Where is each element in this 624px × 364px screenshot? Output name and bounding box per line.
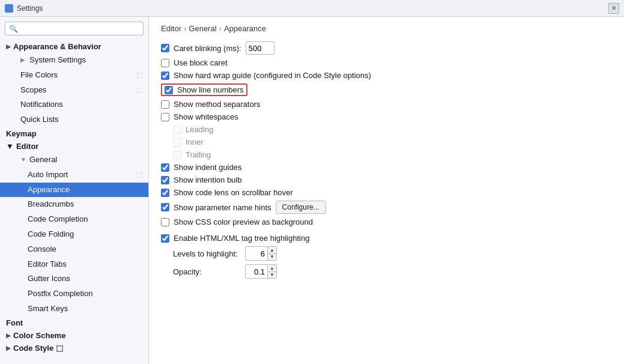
show-parameter-hints-row: Show parameter name hints Configure... [161,201,612,214]
section-font[interactable]: Font [0,317,148,329]
trailing-checkbox[interactable] [173,151,181,159]
show-parameter-hints-label: Show parameter name hints [174,203,271,212]
sidebar-item-scopes[interactable]: Scopes ⬚ [0,83,148,98]
breadcrumb-editor: Editor [161,24,181,33]
opacity-decrement-button[interactable]: ▼ [268,271,276,278]
use-block-caret-row: Use block caret [161,58,612,67]
title-bar: Settings ✕ [0,0,624,17]
section-color-scheme[interactable]: ▶ Color Scheme [0,329,148,342]
item-label: Code Folding [28,228,74,241]
show-line-numbers-highlight: Show line numbers [161,83,247,96]
arrow-icon: ▼ [20,155,26,165]
leading-row: Leading [161,125,612,134]
breadcrumb-sep-2: › [219,24,222,33]
show-intention-bulb-checkbox[interactable] [161,176,169,184]
sidebar-item-gutter-icons[interactable]: Gutter Icons [0,271,148,287]
show-hard-wrap-checkbox[interactable] [161,71,169,80]
levels-input[interactable] [246,247,267,260]
sidebar-item-notifications[interactable]: Notifications [0,97,148,112]
copy-icon: ⬚ [136,70,142,80]
use-block-caret-checkbox[interactable] [161,59,169,67]
opacity-label: Opacity: [173,267,239,276]
levels-decrement-button[interactable]: ▼ [268,253,276,260]
item-label: System Settings [29,54,86,67]
levels-spinner: ▲ ▼ [245,246,277,261]
search-input[interactable] [20,24,139,33]
inner-checkbox[interactable] [173,138,181,147]
show-css-color-row: Show CSS color preview as background [161,217,612,226]
show-indent-guides-row: Show indent guides [161,163,612,172]
item-label: Auto Import [28,169,68,181]
levels-spinner-buttons: ▲ ▼ [267,247,276,260]
show-method-separators-checkbox[interactable] [161,100,169,109]
show-line-numbers-checkbox[interactable] [165,86,173,94]
section-keymap[interactable]: Keymap [0,127,148,140]
arrow-icon: ▶ [6,43,11,50]
levels-increment-button[interactable]: ▲ [268,247,276,253]
leading-label: Leading [186,125,213,134]
show-indent-guides-checkbox[interactable] [161,163,169,172]
caret-blinking-checkbox[interactable] [161,44,169,52]
levels-label: Levels to highlight: [173,249,239,258]
show-whitespaces-checkbox[interactable] [161,113,169,121]
leading-checkbox[interactable] [173,126,181,134]
breadcrumb-general: General [189,24,216,33]
show-code-lens-row: Show code lens on scrollbar hover [161,188,612,197]
show-whitespaces-label: Show whitespaces [174,112,238,121]
section-label: Appearance & Behavior [13,42,101,51]
sidebar-item-smart-keys[interactable]: Smart Keys [0,302,148,317]
sidebar-item-code-completion[interactable]: Code Completion [0,212,148,227]
section-code-style[interactable]: ▶ Code Style ⬚ [0,342,148,354]
show-intention-bulb-row: Show intention bulb [161,175,612,184]
item-label: Code Completion [28,213,88,226]
sidebar-item-breadcrumbs[interactable]: Breadcrumbs [0,197,148,212]
opacity-spinner-buttons: ▲ ▼ [267,265,276,278]
opacity-increment-button[interactable]: ▲ [268,265,276,271]
item-label: Breadcrumbs [28,198,74,211]
section-editor[interactable]: ▼ Editor [0,140,148,153]
sidebar-item-auto-import[interactable]: Auto Import ⬚ [0,168,148,183]
arrow-icon: ▶ [20,55,26,65]
sidebar-item-system-settings[interactable]: ▶ System Settings [0,53,148,68]
item-label: Postfix Completion [28,288,92,300]
search-box: 🔍 [0,17,148,39]
close-button[interactable]: ✕ [608,3,619,14]
sidebar-item-file-colors[interactable]: File Colors ⬚ [0,68,148,83]
breadcrumb: Editor › General › Appearance [161,24,612,33]
content-panel: Editor › General › Appearance Caret blin… [149,17,624,364]
show-css-color-checkbox[interactable] [161,218,169,226]
show-code-lens-checkbox[interactable] [161,189,169,197]
show-parameter-hints-checkbox[interactable] [161,203,169,211]
section-label: Code Style [13,344,53,353]
breadcrumb-appearance: Appearance [224,24,266,33]
sidebar-item-general[interactable]: ▼ General [0,153,148,168]
sidebar-item-postfix-completion[interactable]: Postfix Completion [0,287,148,302]
show-code-lens-label: Show code lens on scrollbar hover [174,188,293,197]
item-label: General [29,154,57,166]
sidebar-item-quick-lists[interactable]: Quick Lists [0,112,148,127]
show-line-numbers-row: Show line numbers [161,83,612,96]
sidebar-item-editor-tabs[interactable]: Editor Tabs [0,257,148,272]
section-appearance-behavior[interactable]: ▶ Appearance & Behavior [0,40,148,53]
item-label: Gutter Icons [28,273,70,285]
search-icon: 🔍 [9,25,18,33]
use-block-caret-label: Use block caret [174,58,228,67]
item-label: Scopes [20,84,46,97]
show-whitespaces-row: Show whitespaces [161,112,612,121]
show-indent-guides-label: Show indent guides [174,163,241,172]
levels-to-highlight-row: Levels to highlight: ▲ ▼ [161,246,612,261]
configure-button[interactable]: Configure... [276,201,326,214]
show-css-color-label: Show CSS color preview as background [174,217,313,226]
sidebar-item-console[interactable]: Console [0,242,148,257]
sidebar-item-code-folding[interactable]: Code Folding [0,227,148,242]
sidebar-item-appearance[interactable]: Appearance [0,183,148,198]
caret-blinking-value[interactable] [246,41,274,55]
enable-html-xml-checkbox[interactable] [161,234,169,243]
opacity-input[interactable] [246,265,267,278]
enable-html-xml-label: Enable HTML/XML tag tree highlighting [174,234,309,243]
inner-row: Inner [161,138,612,147]
item-label: Console [28,243,56,256]
show-method-separators-label: Show method separators [174,100,261,109]
show-hard-wrap-label: Show hard wrap guide (configured in Code… [174,71,371,80]
section-label: Editor [16,142,39,151]
